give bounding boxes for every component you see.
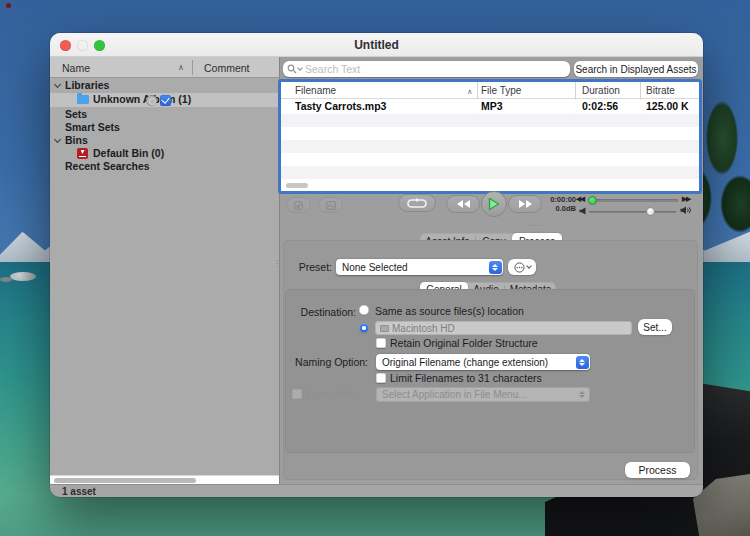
pane-splitter-handle[interactable]: ⋮ <box>273 262 279 266</box>
rewind-button[interactable] <box>446 195 480 213</box>
asset-table-header: Filename ∧ File Type Duration Bitrate <box>281 82 699 99</box>
column-header-name[interactable]: Name <box>62 62 90 74</box>
sidebar-item-unknown-album[interactable]: Unknown Album (1) <box>50 93 279 107</box>
import-bin-icon <box>77 148 88 159</box>
destination-path-field: Macintosh HD <box>375 321 632 335</box>
disclosure-chevron-icon[interactable] <box>54 136 61 143</box>
rewind-icon <box>457 200 463 208</box>
fast-forward-button[interactable] <box>508 195 542 213</box>
open-with-label: Open With: <box>306 388 359 400</box>
horizontal-splitter-handle[interactable]: ····· <box>523 220 543 230</box>
window-titlebar[interactable]: Untitled <box>50 33 703 57</box>
search-input[interactable] <box>305 63 566 75</box>
seek-slider-track[interactable] <box>589 199 678 202</box>
table-row-empty <box>281 179 699 191</box>
popup-stepper-icon <box>576 389 589 401</box>
same-as-source-label: Same as source files(s) location <box>375 305 524 317</box>
disclosure-chevron-icon[interactable] <box>54 81 61 88</box>
sidebar-column-header: Name ∧ Comment <box>50 57 279 78</box>
sort-ascending-icon: ∧ <box>178 63 184 72</box>
playback-time-label: 0:00:00 <box>542 195 576 204</box>
popup-stepper-icon <box>489 261 502 274</box>
wallpaper-rock <box>10 272 36 281</box>
column-header-bitrate[interactable]: Bitrate <box>646 85 675 96</box>
volume-max-icon[interactable] <box>680 206 692 215</box>
retain-folder-structure-checkbox[interactable] <box>376 338 386 348</box>
loop-playback-button[interactable] <box>398 194 436 212</box>
table-row-empty <box>281 140 699 153</box>
column-header-filetype[interactable]: File Type <box>481 85 521 96</box>
playback-level-label: 0.0dB <box>542 204 576 213</box>
cell-duration: 0:02:56 <box>582 100 618 113</box>
main-pane: ⋮ Search in Displayed Assets Filename <box>280 57 703 484</box>
column-header-duration[interactable]: Duration <box>582 85 620 96</box>
album-checkbox[interactable] <box>160 95 171 106</box>
table-row-empty <box>281 166 699 179</box>
seek-slider-knob[interactable] <box>588 196 597 205</box>
limit-filenames-label: Limit Filenames to 31 characters <box>390 372 542 384</box>
same-as-source-radio[interactable] <box>359 305 369 315</box>
checkmark-icon <box>294 201 303 210</box>
table-row-empty <box>281 127 699 140</box>
window-title: Untitled <box>50 38 703 52</box>
cell-filetype: MP3 <box>481 100 503 113</box>
column-header-comment[interactable]: Comment <box>204 62 250 74</box>
popup-stepper-icon <box>576 356 589 369</box>
table-row-empty <box>281 114 699 127</box>
search-scope-chevron-icon[interactable] <box>297 65 303 71</box>
hard-drive-icon <box>380 325 389 332</box>
destination-path-radio[interactable] <box>359 323 369 333</box>
volume-min-icon[interactable] <box>579 207 586 215</box>
table-horizontal-scrollbar[interactable] <box>286 183 308 188</box>
sidebar-item-smart-sets[interactable]: Smart Sets <box>50 121 279 134</box>
sidebar-item-libraries[interactable]: Libraries <box>50 79 279 92</box>
search-displayed-assets-button[interactable]: Search in Displayed Assets <box>574 61 698 77</box>
seek-start-icon[interactable]: ◀◀ <box>576 195 584 203</box>
fast-forward-icon <box>519 200 525 208</box>
volume-slider-knob[interactable] <box>646 207 655 216</box>
retain-folder-structure-label: Retain Original Folder Structure <box>390 337 538 349</box>
screen-corner-dot <box>6 3 11 8</box>
set-destination-button[interactable]: Set... <box>638 319 672 335</box>
play-icon <box>488 197 500 211</box>
asset-table[interactable]: Filename ∧ File Type Duration Bitrate Ta… <box>281 82 699 191</box>
approve-asset-button <box>286 197 311 213</box>
volume-slider-track[interactable] <box>589 211 676 214</box>
status-bar: 1 asset <box>50 484 703 497</box>
search-field[interactable] <box>283 61 570 77</box>
limit-filenames-checkbox[interactable] <box>376 373 386 383</box>
sidebar: Name ∧ Comment Libraries Unknown Album (… <box>50 57 280 484</box>
sidebar-horizontal-scrollbar[interactable] <box>50 475 279 484</box>
scrollbar-thumb[interactable] <box>54 478 196 483</box>
app-window: Untitled Name ∧ Comment Libraries Unknow… <box>50 33 703 497</box>
album-badge-icon[interactable] <box>146 95 157 106</box>
sidebar-item-default-bin[interactable]: Default Bin (0) <box>50 147 279 160</box>
table-row[interactable]: Tasty Carrots.mp3 MP3 0:02:56 125.00 K <box>281 100 699 113</box>
seek-end-icon[interactable]: ▶▶ <box>682 195 690 203</box>
cell-filename: Tasty Carrots.mp3 <box>295 100 473 113</box>
preset-label: Preset: <box>290 261 332 273</box>
asset-count-label: 1 asset <box>62 486 96 497</box>
open-with-checkbox <box>292 389 302 399</box>
preset-popup[interactable]: None Selected <box>336 259 503 275</box>
folder-icon <box>77 95 89 104</box>
image-icon <box>326 201 336 210</box>
play-button[interactable] <box>481 191 507 217</box>
table-row-empty <box>281 153 699 166</box>
naming-option-label: Naming Option: <box>280 356 368 368</box>
sidebar-item-sets[interactable]: Sets <box>50 108 279 121</box>
sidebar-item-bins[interactable]: Bins <box>50 134 279 147</box>
sort-ascending-icon: ∧ <box>467 87 473 96</box>
mark-asset-button <box>318 197 343 213</box>
wallpaper-rock <box>0 277 12 282</box>
process-button[interactable]: Process <box>625 462 690 478</box>
open-with-popup: Select Application in File Menu... <box>376 387 590 402</box>
column-divider[interactable] <box>192 60 193 75</box>
preset-actions-button[interactable] <box>508 259 536 275</box>
loop-icon <box>406 198 428 209</box>
cell-bitrate: 125.00 K <box>646 100 698 113</box>
naming-option-popup[interactable]: Original Filename (change extension) <box>376 354 590 370</box>
column-header-filename[interactable]: Filename <box>295 85 336 96</box>
sidebar-item-recent-searches[interactable]: Recent Searches <box>50 160 279 173</box>
chevron-down-icon <box>526 263 532 269</box>
